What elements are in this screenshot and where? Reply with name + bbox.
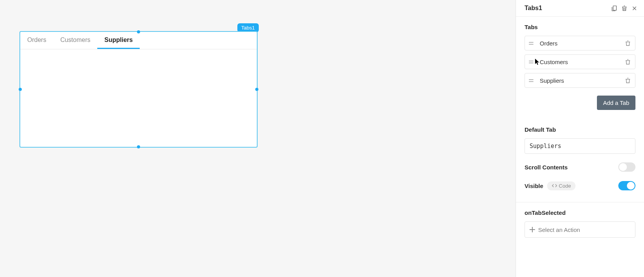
panel-header: Tabs1	[516, 0, 644, 17]
select-action-placeholder: Select an Action	[538, 226, 580, 233]
delete-tab-icon[interactable]	[623, 57, 632, 66]
default-tab-section: Default Tab	[516, 119, 644, 154]
default-tab-label: Default Tab	[525, 126, 635, 133]
tab-orders[interactable]: Orders	[20, 32, 53, 49]
tabs-section-label: Tabs	[525, 24, 635, 30]
tabs-widget[interactable]: Orders Customers Suppliers	[19, 31, 258, 148]
select-action-button[interactable]: Select an Action	[525, 221, 635, 238]
delete-icon[interactable]	[620, 4, 628, 12]
add-tab-button[interactable]: Add a Tab	[597, 96, 635, 110]
cursor-icon	[535, 59, 540, 65]
copy-icon[interactable]	[610, 4, 618, 12]
visible-toggle[interactable]	[618, 181, 635, 190]
drag-handle-icon[interactable]	[529, 40, 535, 46]
code-chip-label: Code	[559, 183, 571, 189]
delete-tab-icon[interactable]	[623, 76, 632, 85]
resize-handle-bottom[interactable]	[137, 145, 140, 148]
delete-tab-icon[interactable]	[623, 39, 632, 47]
scroll-contents-toggle[interactable]	[618, 162, 635, 172]
resize-handle-left[interactable]	[19, 88, 22, 91]
scroll-contents-label: Scroll Contents	[525, 164, 614, 171]
svg-rect-0	[613, 6, 616, 10]
close-icon[interactable]	[630, 4, 639, 12]
tab-list: Orders Customers Suppliers	[525, 36, 635, 88]
on-tab-selected-label: onTabSelected	[525, 209, 635, 216]
tabs-header: Orders Customers Suppliers	[20, 32, 257, 49]
resize-handle-top[interactable]	[137, 30, 140, 33]
panel-title: Tabs1	[525, 5, 608, 12]
code-icon	[552, 183, 557, 188]
resize-handle-right[interactable]	[255, 88, 258, 91]
code-chip[interactable]: Code	[547, 181, 576, 190]
tab-item-customers[interactable]: Customers	[525, 54, 635, 69]
drag-handle-icon[interactable]	[529, 59, 535, 65]
plus-icon	[530, 227, 535, 232]
canvas-area[interactable]: Tabs1 Orders Customers Suppliers	[0, 0, 516, 277]
divider	[516, 202, 644, 202]
properties-panel: Tabs1 Tabs Orders	[516, 0, 644, 277]
default-tab-input[interactable]	[525, 138, 635, 154]
tab-item-suppliers[interactable]: Suppliers	[525, 73, 635, 88]
tab-item-label: Suppliers	[540, 77, 622, 84]
tab-item-label: Orders	[540, 40, 622, 47]
tabs-section: Tabs Orders Customers	[516, 17, 644, 110]
drag-handle-icon[interactable]	[529, 77, 535, 84]
tab-customers[interactable]: Customers	[53, 32, 97, 49]
tab-suppliers[interactable]: Suppliers	[97, 32, 140, 49]
tab-item-label: Customers	[540, 59, 622, 65]
visible-label: Visible	[525, 183, 543, 189]
tab-item-orders[interactable]: Orders	[525, 36, 635, 51]
